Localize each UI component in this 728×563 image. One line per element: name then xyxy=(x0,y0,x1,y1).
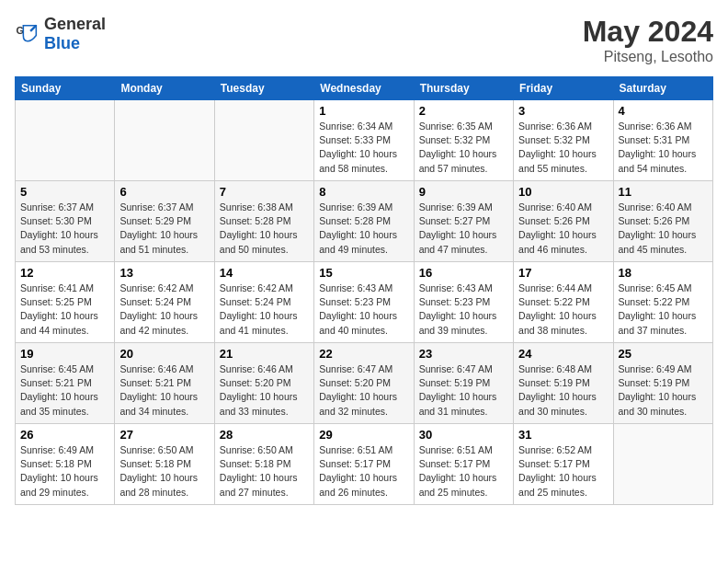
calendar-week-3: 12Sunrise: 6:41 AMSunset: 5:25 PMDayligh… xyxy=(16,262,713,343)
day-number: 16 xyxy=(419,266,508,280)
day-info: Sunrise: 6:41 AMSunset: 5:25 PMDaylight:… xyxy=(20,282,109,338)
day-info: Sunrise: 6:46 AMSunset: 5:21 PMDaylight:… xyxy=(119,362,209,419)
day-number: 25 xyxy=(619,347,708,361)
calendar-day-13: 13Sunrise: 6:42 AMSunset: 5:24 PMDayligh… xyxy=(115,262,214,343)
day-info: Sunrise: 6:52 AMSunset: 5:17 PMDaylight:… xyxy=(518,443,608,500)
day-number: 29 xyxy=(319,428,408,442)
day-number: 17 xyxy=(518,266,608,280)
day-info: Sunrise: 6:49 AMSunset: 5:19 PMDaylight:… xyxy=(619,362,708,419)
day-info: Sunrise: 6:36 AMSunset: 5:31 PMDaylight:… xyxy=(619,120,708,176)
calendar-day-26: 26Sunrise: 6:49 AMSunset: 5:18 PMDayligh… xyxy=(16,424,115,505)
calendar-day-8: 8Sunrise: 6:39 AMSunset: 5:28 PMDaylight… xyxy=(314,181,414,262)
calendar-day-2: 2Sunrise: 6:35 AMSunset: 5:32 PMDaylight… xyxy=(414,100,513,181)
generalblue-logo-icon: G xyxy=(15,21,40,47)
day-info: Sunrise: 6:45 AMSunset: 5:22 PMDaylight:… xyxy=(619,282,708,338)
calendar-week-1: 1Sunrise: 6:34 AMSunset: 5:33 PMDaylight… xyxy=(16,100,713,181)
days-of-week-row: SundayMondayTuesdayWednesdayThursdayFrid… xyxy=(16,77,713,100)
page-header: G General Blue May 2024 Pitseng, Lesotho xyxy=(15,15,713,65)
day-header-thursday: Thursday xyxy=(414,77,513,100)
calendar-day-18: 18Sunrise: 6:45 AMSunset: 5:22 PMDayligh… xyxy=(613,262,712,343)
calendar-day-21: 21Sunrise: 6:46 AMSunset: 5:20 PMDayligh… xyxy=(214,343,313,424)
day-info: Sunrise: 6:47 AMSunset: 5:20 PMDaylight:… xyxy=(319,362,408,419)
calendar-day-31: 31Sunrise: 6:52 AMSunset: 5:17 PMDayligh… xyxy=(514,424,613,505)
day-info: Sunrise: 6:38 AMSunset: 5:28 PMDaylight:… xyxy=(220,201,309,257)
empty-cell xyxy=(115,100,214,181)
day-info: Sunrise: 6:51 AMSunset: 5:17 PMDaylight:… xyxy=(419,443,508,500)
day-info: Sunrise: 6:44 AMSunset: 5:22 PMDaylight:… xyxy=(518,282,608,338)
calendar-day-11: 11Sunrise: 6:40 AMSunset: 5:26 PMDayligh… xyxy=(613,181,712,262)
day-info: Sunrise: 6:43 AMSunset: 5:23 PMDaylight:… xyxy=(419,282,508,338)
day-number: 24 xyxy=(518,347,608,361)
logo: G General Blue xyxy=(15,15,106,53)
day-info: Sunrise: 6:42 AMSunset: 5:24 PMDaylight:… xyxy=(119,282,209,338)
day-info: Sunrise: 6:50 AMSunset: 5:18 PMDaylight:… xyxy=(119,443,209,500)
calendar-day-7: 7Sunrise: 6:38 AMSunset: 5:28 PMDaylight… xyxy=(214,181,313,262)
empty-cell xyxy=(16,100,115,181)
day-info: Sunrise: 6:46 AMSunset: 5:20 PMDaylight:… xyxy=(220,362,309,419)
day-header-sunday: Sunday xyxy=(16,77,115,100)
day-number: 23 xyxy=(419,347,508,361)
day-number: 22 xyxy=(319,347,408,361)
calendar-day-19: 19Sunrise: 6:45 AMSunset: 5:21 PMDayligh… xyxy=(16,343,115,424)
day-info: Sunrise: 6:48 AMSunset: 5:19 PMDaylight:… xyxy=(518,362,608,419)
day-header-monday: Monday xyxy=(115,77,214,100)
calendar-day-3: 3Sunrise: 6:36 AMSunset: 5:32 PMDaylight… xyxy=(514,100,613,181)
day-info: Sunrise: 6:49 AMSunset: 5:18 PMDaylight:… xyxy=(20,443,109,500)
day-info: Sunrise: 6:43 AMSunset: 5:23 PMDaylight:… xyxy=(319,282,408,338)
day-header-friday: Friday xyxy=(514,77,613,100)
day-number: 20 xyxy=(119,347,209,361)
day-number: 10 xyxy=(518,185,608,199)
calendar-table: SundayMondayTuesdayWednesdayThursdayFrid… xyxy=(15,76,713,505)
calendar-day-25: 25Sunrise: 6:49 AMSunset: 5:19 PMDayligh… xyxy=(613,343,712,424)
calendar-day-30: 30Sunrise: 6:51 AMSunset: 5:17 PMDayligh… xyxy=(414,424,513,505)
calendar-day-6: 6Sunrise: 6:37 AMSunset: 5:29 PMDaylight… xyxy=(115,181,214,262)
day-number: 18 xyxy=(619,266,708,280)
day-number: 7 xyxy=(220,185,309,199)
day-number: 11 xyxy=(619,185,708,199)
logo-general: General xyxy=(44,15,106,33)
calendar-day-28: 28Sunrise: 6:50 AMSunset: 5:18 PMDayligh… xyxy=(214,424,313,505)
day-header-wednesday: Wednesday xyxy=(314,77,414,100)
day-info: Sunrise: 6:36 AMSunset: 5:32 PMDaylight:… xyxy=(518,120,608,176)
empty-cell xyxy=(613,424,712,505)
day-number: 28 xyxy=(220,428,309,442)
day-number: 6 xyxy=(119,185,209,199)
day-number: 12 xyxy=(20,266,109,280)
day-number: 4 xyxy=(619,104,708,118)
day-info: Sunrise: 6:37 AMSunset: 5:29 PMDaylight:… xyxy=(119,201,209,257)
day-info: Sunrise: 6:40 AMSunset: 5:26 PMDaylight:… xyxy=(619,201,708,257)
day-info: Sunrise: 6:45 AMSunset: 5:21 PMDaylight:… xyxy=(20,362,109,419)
day-number: 3 xyxy=(518,104,608,118)
day-number: 2 xyxy=(419,104,508,118)
day-number: 21 xyxy=(220,347,309,361)
calendar-header: SundayMondayTuesdayWednesdayThursdayFrid… xyxy=(16,77,713,100)
calendar-day-16: 16Sunrise: 6:43 AMSunset: 5:23 PMDayligh… xyxy=(414,262,513,343)
day-info: Sunrise: 6:40 AMSunset: 5:26 PMDaylight:… xyxy=(518,201,608,257)
day-info: Sunrise: 6:37 AMSunset: 5:30 PMDaylight:… xyxy=(20,201,109,257)
day-info: Sunrise: 6:51 AMSunset: 5:17 PMDaylight:… xyxy=(319,443,408,500)
day-number: 14 xyxy=(220,266,309,280)
calendar-day-27: 27Sunrise: 6:50 AMSunset: 5:18 PMDayligh… xyxy=(115,424,214,505)
day-number: 31 xyxy=(518,428,608,442)
calendar-day-9: 9Sunrise: 6:39 AMSunset: 5:27 PMDaylight… xyxy=(414,181,513,262)
month-year-title: May 2024 xyxy=(583,15,713,49)
calendar-day-24: 24Sunrise: 6:48 AMSunset: 5:19 PMDayligh… xyxy=(514,343,613,424)
calendar-week-5: 26Sunrise: 6:49 AMSunset: 5:18 PMDayligh… xyxy=(16,424,713,505)
day-number: 19 xyxy=(20,347,109,361)
day-info: Sunrise: 6:34 AMSunset: 5:33 PMDaylight:… xyxy=(319,120,408,176)
day-number: 5 xyxy=(20,185,109,199)
calendar-day-1: 1Sunrise: 6:34 AMSunset: 5:33 PMDaylight… xyxy=(314,100,414,181)
day-number: 1 xyxy=(319,104,408,118)
day-number: 15 xyxy=(319,266,408,280)
calendar-day-20: 20Sunrise: 6:46 AMSunset: 5:21 PMDayligh… xyxy=(115,343,214,424)
day-info: Sunrise: 6:35 AMSunset: 5:32 PMDaylight:… xyxy=(419,120,508,176)
day-header-saturday: Saturday xyxy=(613,77,712,100)
calendar-week-2: 5Sunrise: 6:37 AMSunset: 5:30 PMDaylight… xyxy=(16,181,713,262)
day-info: Sunrise: 6:47 AMSunset: 5:19 PMDaylight:… xyxy=(419,362,508,419)
calendar-day-15: 15Sunrise: 6:43 AMSunset: 5:23 PMDayligh… xyxy=(314,262,414,343)
logo-blue: Blue xyxy=(44,34,80,52)
calendar-day-14: 14Sunrise: 6:42 AMSunset: 5:24 PMDayligh… xyxy=(214,262,313,343)
empty-cell xyxy=(214,100,313,181)
calendar-day-10: 10Sunrise: 6:40 AMSunset: 5:26 PMDayligh… xyxy=(514,181,613,262)
location-subtitle: Pitseng, Lesotho xyxy=(583,49,713,65)
